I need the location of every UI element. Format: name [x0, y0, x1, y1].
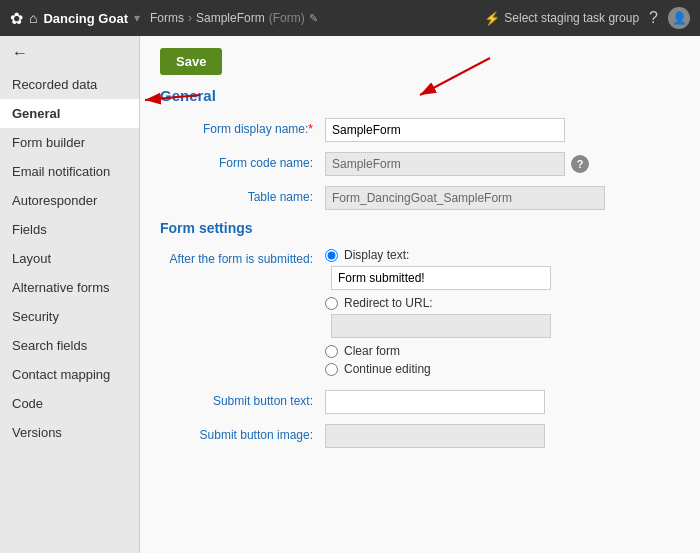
breadcrumb-forms[interactable]: Forms [150, 11, 184, 25]
sidebar-item-autoresponder[interactable]: Autoresponder [0, 186, 139, 215]
form-display-name-input[interactable] [325, 118, 565, 142]
logo-icon: ✿ [10, 9, 23, 28]
table-name-field [325, 186, 680, 210]
topbar: ✿ ⌂ Dancing Goat ▾ Forms › SampleForm (F… [0, 0, 700, 36]
clear-form-radio[interactable] [325, 345, 338, 358]
continue-editing-radio[interactable] [325, 363, 338, 376]
sidebar-item-general[interactable]: General [0, 99, 139, 128]
submit-button-image-field [325, 424, 680, 448]
after-submit-section: After the form is submitted: Display tex… [160, 248, 680, 380]
table-name-input[interactable] [325, 186, 605, 210]
sidebar-item-versions[interactable]: Versions [0, 418, 139, 447]
redirect-url-radio[interactable] [325, 297, 338, 310]
form-code-name-label: Form code name: [160, 152, 325, 170]
display-text-radio-row: Display text: [325, 248, 680, 262]
clear-form-radio-row: Clear form [325, 344, 680, 358]
display-text-radio[interactable] [325, 249, 338, 262]
submit-button-image-row: Submit button image: [160, 424, 680, 448]
submit-button-text-field [325, 390, 680, 414]
submit-button-text-row: Submit button text: [160, 390, 680, 414]
after-submit-label: After the form is submitted: [160, 248, 325, 266]
display-text-label: Display text: [344, 248, 409, 262]
dropdown-arrow[interactable]: ▾ [134, 11, 140, 25]
form-display-name-field [325, 118, 680, 142]
sidebar-item-recorded-data[interactable]: Recorded data [0, 70, 139, 99]
redirect-url-input [331, 314, 551, 338]
task-group-selector[interactable]: ⚡ Select staging task group [484, 11, 639, 26]
redirect-url-radio-row: Redirect to URL: [325, 296, 680, 310]
help-button[interactable]: ? [649, 9, 658, 27]
task-group-label: Select staging task group [504, 11, 639, 25]
home-icon[interactable]: ⌂ [29, 10, 37, 26]
display-text-input[interactable] [331, 266, 551, 290]
general-section-title: General [160, 87, 680, 104]
continue-editing-label: Continue editing [344, 362, 431, 376]
sidebar-item-fields[interactable]: Fields [0, 215, 139, 244]
sidebar-item-security[interactable]: Security [0, 302, 139, 331]
submit-button-image-input[interactable] [325, 424, 545, 448]
breadcrumb: Forms › SampleForm (Form) ✎ [150, 11, 484, 25]
form-settings-title: Form settings [160, 220, 680, 236]
breadcrumb-current: SampleForm [196, 11, 265, 25]
sidebar-item-alternative-forms[interactable]: Alternative forms [0, 273, 139, 302]
topbar-right: ⚡ Select staging task group ? 👤 [484, 7, 690, 29]
submit-button-text-input[interactable] [325, 390, 545, 414]
clear-form-label: Clear form [344, 344, 400, 358]
form-display-name-row: Form display name:* [160, 118, 680, 142]
sidebar-item-contact-mapping[interactable]: Contact mapping [0, 360, 139, 389]
continue-editing-radio-row: Continue editing [325, 362, 680, 376]
app-name: Dancing Goat [43, 11, 128, 26]
redirect-url-label: Redirect to URL: [344, 296, 433, 310]
main-layout: ← Recorded data General Form builder Ema… [0, 36, 700, 553]
form-display-name-label: Form display name:* [160, 118, 325, 136]
help-icon[interactable]: ? [571, 155, 589, 173]
topbar-logo: ✿ ⌂ Dancing Goat ▾ [10, 9, 140, 28]
sidebar: ← Recorded data General Form builder Ema… [0, 36, 140, 553]
table-name-label: Table name: [160, 186, 325, 204]
required-star: * [308, 122, 313, 136]
sidebar-item-layout[interactable]: Layout [0, 244, 139, 273]
sidebar-back-button[interactable]: ← [0, 36, 139, 70]
edit-icon[interactable]: ✎ [309, 12, 318, 25]
after-submit-options: Display text: Redirect to URL: Clear for… [325, 248, 680, 380]
breadcrumb-sep: › [188, 11, 192, 25]
content-area: Save General Form display name:* Form co… [140, 36, 700, 553]
sidebar-item-code[interactable]: Code [0, 389, 139, 418]
table-name-row: Table name: [160, 186, 680, 210]
form-code-name-input[interactable] [325, 152, 565, 176]
save-button[interactable]: Save [160, 48, 222, 75]
breadcrumb-type: (Form) [269, 11, 305, 25]
form-code-name-field: ? [325, 152, 680, 176]
sidebar-item-email-notification[interactable]: Email notification [0, 157, 139, 186]
task-group-icon: ⚡ [484, 11, 500, 26]
user-avatar[interactable]: 👤 [668, 7, 690, 29]
submit-button-text-label: Submit button text: [160, 390, 325, 408]
form-code-name-row: Form code name: ? [160, 152, 680, 176]
sidebar-item-search-fields[interactable]: Search fields [0, 331, 139, 360]
sidebar-item-form-builder[interactable]: Form builder [0, 128, 139, 157]
submit-button-image-label: Submit button image: [160, 424, 325, 442]
